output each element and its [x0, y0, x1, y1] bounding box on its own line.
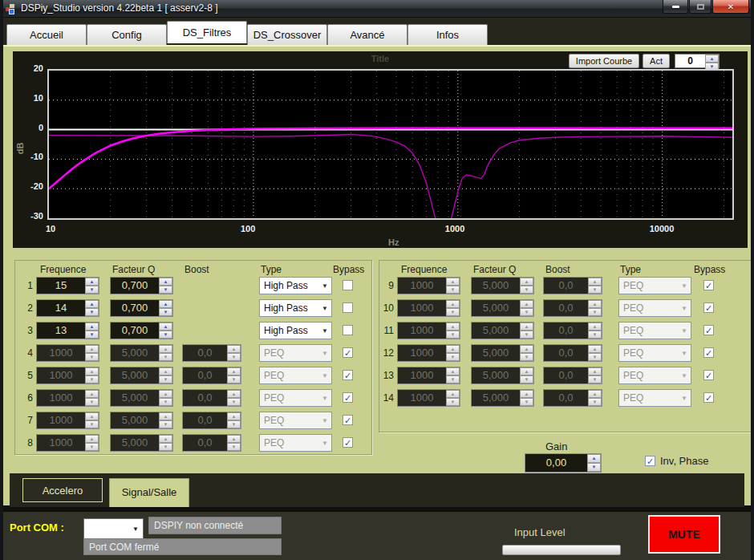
subtab-accelero[interactable]: Accelero: [22, 478, 103, 502]
x-tick-10000: 10000: [650, 224, 675, 233]
filter-1-facteur-q-down-icon[interactable]: ▼: [159, 286, 172, 294]
filter-5-bypass-checkbox[interactable]: ✓: [343, 370, 353, 380]
filter-12-frequence-down-icon: ▼: [446, 353, 460, 361]
filter-3-facteur-q-up-icon[interactable]: ▲: [159, 323, 172, 331]
inv-phase-control[interactable]: ✓ Inv, Phase: [645, 455, 708, 467]
act-counter[interactable]: 0 ▲ ▼: [675, 54, 720, 68]
chevron-down-icon: ▼: [678, 350, 691, 357]
filter-2-bypass-checkbox[interactable]: [343, 302, 353, 313]
y-tick--20: -20: [16, 181, 43, 191]
column-header-type: Type: [261, 264, 282, 275]
dspiy-status: DSPIY non connecté: [148, 517, 282, 534]
act-button[interactable]: Act: [643, 54, 670, 68]
filter-1-frequence-down-icon[interactable]: ▼: [85, 286, 99, 294]
filter-4-boost-value: 0,0: [183, 345, 227, 361]
filter-14-frequence-up-icon: ▲: [446, 390, 460, 398]
filter-12-facteur-q-value: 5,000: [472, 345, 520, 361]
filter-10-bypass-checkbox[interactable]: ✓: [703, 302, 714, 313]
minimize-button[interactable]: [663, 0, 688, 14]
gain-spin-down-icon[interactable]: ▼: [587, 463, 601, 472]
chevron-down-icon: ▼: [318, 282, 331, 290]
filter-2-facteur-q[interactable]: 0,700▲▼: [110, 299, 173, 317]
filter-13-boost-value: 0,0: [544, 367, 588, 383]
filter-12-boost-up-icon: ▲: [588, 345, 602, 353]
filter-3-facteur-q[interactable]: 0,700▲▼: [110, 322, 173, 339]
column-header-bypass: Bypass: [333, 264, 364, 275]
filter-2-frequence-down-icon[interactable]: ▼: [85, 308, 99, 316]
filter-3-frequence[interactable]: 13▲▼: [36, 322, 99, 339]
filter-1-facteur-q-up-icon[interactable]: ▲: [159, 278, 172, 286]
filter-group-9-14: FrequenceFacteur QBoostTypeBypass91000▲▼…: [379, 260, 752, 432]
filter-10-facteur-q-value: 5,000: [472, 300, 520, 316]
filter-6-facteur-q-value: 5,000: [111, 390, 159, 406]
filter-6-bypass-checkbox[interactable]: ✓: [343, 392, 353, 403]
tab-ds-filtres[interactable]: DS_Filtres: [167, 21, 247, 43]
filter-3-frequence-down-icon[interactable]: ▼: [85, 331, 99, 339]
filter-14-boost-value: 0,0: [544, 390, 588, 406]
filter-2-frequence-up-icon[interactable]: ▲: [85, 300, 99, 308]
filter-2-facteur-q-up-icon[interactable]: ▲: [159, 300, 172, 308]
filter-11-bypass-checkbox[interactable]: ✓: [703, 325, 714, 335]
plot-svg: [49, 71, 732, 218]
filter-5-facteur-q: 5,000▲▼: [110, 367, 173, 384]
act-spin-up-icon[interactable]: ▲: [705, 55, 719, 63]
tab-avanc-[interactable]: Avancé: [327, 24, 407, 45]
port-com-select[interactable]: ▼: [83, 518, 144, 540]
import-courbe-button[interactable]: Import Courbe: [569, 54, 639, 68]
tab-infos[interactable]: Infos: [407, 24, 488, 45]
filter-4-facteur-q-down-icon: ▼: [159, 353, 172, 361]
x-tick-1000: 1000: [445, 224, 464, 233]
filter-1-frequence[interactable]: 15▲▼: [36, 277, 99, 294]
filter-11-boost-up-icon: ▲: [588, 323, 602, 331]
act-counter-value: 0: [675, 55, 705, 67]
filter-3-bypass-checkbox[interactable]: [343, 325, 353, 335]
close-button[interactable]: ✕: [712, 0, 749, 14]
filter-14-facteur-q-up-icon: ▲: [520, 390, 533, 398]
filter-10-boost-down-icon: ▼: [588, 308, 602, 316]
filter-7-facteur-q: 5,000▲▼: [110, 412, 173, 429]
mute-button[interactable]: MUTE: [648, 515, 720, 554]
filter-10-frequence-down-icon: ▼: [446, 308, 460, 316]
filter-3-facteur-q-value: 0,700: [111, 323, 159, 339]
tab-ds-crossover[interactable]: DS_Crossover: [247, 24, 327, 45]
filter-3-facteur-q-down-icon[interactable]: ▼: [159, 331, 172, 339]
filter-10-type-value: PEQ: [619, 302, 678, 314]
title-bar[interactable]: DSPiy_Studio version 4.22beta 1 [ asserv…: [0, 0, 754, 18]
filter-1-frequence-up-icon[interactable]: ▲: [85, 278, 99, 286]
filter-2-frequence[interactable]: 14▲▼: [36, 299, 99, 317]
filter-8-bypass-checkbox[interactable]: ✓: [343, 437, 353, 448]
filter-2-type-value: High Pass: [260, 302, 318, 314]
filter-11-frequence: 1000▲▼: [397, 322, 460, 339]
gain-field[interactable]: 0,00 ▲ ▼: [525, 453, 602, 473]
filter-9-bypass-checkbox[interactable]: ✓: [703, 280, 714, 290]
filter-4-facteur-q-value: 5,000: [111, 345, 159, 361]
y-tick-10: 10: [16, 93, 43, 103]
filter-1-type-select[interactable]: High Pass▼: [259, 277, 332, 294]
subtab-signal-salle[interactable]: Signal/Salle: [109, 478, 189, 507]
bottom-status-bar: Port COM : ▼ DSPIY non connecté Port COM…: [3, 510, 751, 560]
filter-2-facteur-q-down-icon[interactable]: ▼: [159, 308, 172, 316]
chevron-down-icon: ▼: [318, 417, 331, 424]
filter-4-boost-down-icon: ▼: [227, 353, 241, 361]
column-header-bypass: Bypass: [694, 264, 725, 275]
filter-4-bypass-checkbox[interactable]: ✓: [343, 347, 353, 358]
filter-13-bypass-checkbox[interactable]: ✓: [703, 370, 714, 380]
filter-2-type-select[interactable]: High Pass▼: [259, 299, 332, 317]
tab-config[interactable]: Config: [87, 24, 167, 45]
maximize-button[interactable]: [689, 0, 711, 14]
filter-7-bypass-checkbox[interactable]: ✓: [343, 415, 353, 425]
gain-spin-up-icon[interactable]: ▲: [587, 454, 601, 463]
filter-3-type-select[interactable]: High Pass▼: [259, 322, 332, 339]
filter-1-bypass-checkbox[interactable]: [343, 280, 353, 290]
filter-11-facteur-q-value: 5,000: [472, 323, 520, 339]
tab-accueil[interactable]: Accueil: [6, 24, 87, 45]
filter-14-bypass-checkbox[interactable]: ✓: [703, 392, 714, 403]
filter-9-facteur-q-up-icon: ▲: [520, 278, 533, 286]
filter-13-boost-up-icon: ▲: [588, 367, 602, 375]
column-header-facteur_q: Facteur Q: [473, 264, 516, 275]
filter-3-frequence-up-icon[interactable]: ▲: [85, 323, 99, 331]
x-tick-100: 100: [241, 224, 255, 233]
inv-phase-checkbox[interactable]: ✓: [645, 456, 655, 466]
filter-1-facteur-q[interactable]: 0,700▲▼: [110, 277, 173, 294]
filter-12-bypass-checkbox[interactable]: ✓: [703, 347, 714, 358]
